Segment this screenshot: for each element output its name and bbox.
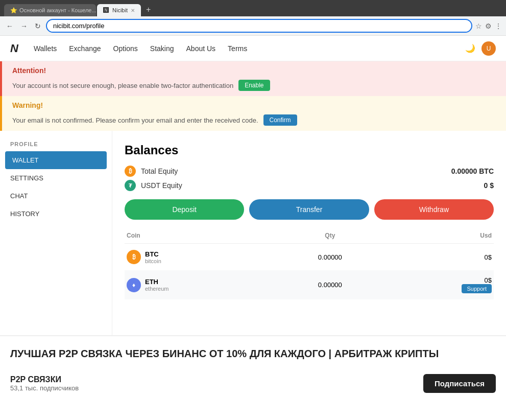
sidebar: PROFILE WALLET SETTINGS CHAT HISTORY [0, 131, 112, 335]
nav-links: Wallets Exchange Options Staking About U… [34, 44, 450, 53]
tab-close-2[interactable]: ✕ [131, 8, 135, 13]
confirm-email-button[interactable]: Confirm [263, 114, 297, 126]
nav-terms[interactable]: Terms [228, 44, 247, 53]
support-button[interactable]: Support [462, 284, 492, 293]
btc-qty: 0.00000 [282, 244, 378, 271]
transfer-button[interactable]: Transfer [249, 199, 369, 220]
alert-attention-title: Attention! [12, 66, 496, 75]
sidebar-section-title: PROFILE [0, 141, 112, 151]
subscribe-button[interactable]: Подписаться [423, 374, 496, 393]
enable-2fa-button[interactable]: Enable [238, 80, 270, 91]
browser-toolbar: ← → ↻ ☆ ⚙ ⋮ [0, 16, 506, 36]
user-avatar[interactable]: U [481, 41, 496, 56]
sidebar-item-wallet[interactable]: WALLET [5, 151, 107, 169]
withdraw-button[interactable]: Withdraw [374, 199, 494, 220]
alert-warning-text: Your email is not confirmed. Please conf… [12, 116, 258, 124]
col-usd: Usd [378, 228, 494, 244]
col-qty: Qty [282, 228, 378, 244]
sidebar-item-chat[interactable]: CHAT [0, 187, 112, 205]
nav-about[interactable]: About Us [186, 44, 216, 53]
table-header-row: Coin Qty Usd [125, 228, 494, 244]
total-equity-label: Total Equity [141, 167, 446, 175]
site-logo: N [10, 42, 18, 55]
eth-qty: 0.00000 [282, 270, 378, 299]
btc-name: BTC [145, 250, 161, 258]
deposit-button[interactable]: Deposit [125, 199, 244, 220]
new-tab-button[interactable]: + [142, 3, 155, 16]
table-row: ♦ ETH ethereum 0.00000 0$ Support [125, 270, 494, 299]
btc-usd: 0$ [378, 244, 494, 271]
sidebar-item-settings[interactable]: SETTINGS [0, 169, 112, 187]
bookmark-icon[interactable]: ☆ [475, 22, 482, 30]
alert-warning-title: Warning! [12, 101, 496, 109]
action-buttons: Deposit Transfer Withdraw [125, 199, 494, 220]
eth-icon: ♦ [127, 278, 141, 292]
theme-toggle-icon[interactable]: 🌙 [465, 43, 475, 53]
nav-right: 🌙 U [465, 41, 496, 56]
main-content: Balances ₿ Total Equity 0.00000 BTC ₮ US… [112, 131, 506, 335]
balances-title: Balances [125, 143, 494, 157]
menu-icon[interactable]: ⋮ [495, 22, 502, 30]
sidebar-item-history[interactable]: HISTORY [0, 205, 112, 223]
btc-equity-icon: ₿ [125, 166, 136, 177]
alert-warning: Warning! Your email is not confirmed. Pl… [0, 96, 506, 131]
btc-coin-cell: ₿ BTC bitcoin [125, 244, 282, 271]
tab-favicon-2: 🅽 [103, 7, 109, 13]
coin-table: Coin Qty Usd ₿ BTC bitcoin [125, 228, 494, 299]
alert-attention-text: Your account is not secure enough, pleas… [12, 82, 233, 89]
bottom-heading: ЛУЧШАЯ P2P СВЯЗКА ЧЕРЕЗ БИНАНС ОТ 10% ДЛ… [10, 346, 496, 361]
usdt-equity-icon: ₮ [125, 180, 136, 191]
tab-title-1: Основной аккаунт - Кошеле... [19, 7, 96, 13]
usdt-equity-value: 0 $ [484, 181, 494, 190]
nav-wallets[interactable]: Wallets [34, 44, 57, 53]
tab-bar: ⭐ Основной аккаунт - Кошеле... ✕ 🅽 Nicib… [4, 3, 502, 16]
reload-button[interactable]: ↻ [33, 21, 43, 31]
usdt-equity-label: USDT Equity [141, 181, 479, 190]
channel-card: P2P СВЯЗКИ 53,1 тыс. подписчиков Подписа… [10, 369, 496, 398]
tab-2[interactable]: 🅽 Nicibit ✕ [97, 4, 141, 16]
eth-usd: 0$ Support [378, 270, 494, 299]
channel-name: P2P СВЯЗКИ [10, 375, 413, 384]
forward-button[interactable]: → [18, 21, 30, 31]
btc-icon: ₿ [127, 250, 141, 264]
nav-exchange[interactable]: Exchange [69, 44, 101, 53]
btc-fullname: bitcoin [145, 258, 161, 264]
total-equity-value: 0.00000 BTC [451, 167, 494, 175]
address-bar[interactable] [46, 19, 472, 33]
col-coin: Coin [125, 228, 282, 244]
table-row: ₿ BTC bitcoin 0.00000 0$ [125, 244, 494, 271]
main-layout: PROFILE WALLET SETTINGS CHAT HISTORY Bal… [0, 131, 506, 335]
eth-fullname: ethereum [145, 286, 168, 292]
browser-chrome: ⭐ Основной аккаунт - Кошеле... ✕ 🅽 Nicib… [0, 0, 506, 16]
tab-1[interactable]: ⭐ Основной аккаунт - Кошеле... ✕ [4, 4, 96, 16]
nav-options[interactable]: Options [113, 44, 138, 53]
eth-coin-cell: ♦ ETH ethereum [125, 270, 282, 299]
alert-attention: Attention! Your account is not secure en… [0, 61, 506, 96]
usdt-equity-row: ₮ USDT Equity 0 $ [125, 180, 494, 191]
site-nav: N Wallets Exchange Options Staking About… [0, 36, 506, 61]
toolbar-icons: ☆ ⚙ ⋮ [475, 22, 502, 30]
nav-staking[interactable]: Staking [150, 44, 174, 53]
total-equity-row: ₿ Total Equity 0.00000 BTC [125, 166, 494, 177]
tab-favicon-1: ⭐ [10, 7, 16, 13]
channel-info: P2P СВЯЗКИ 53,1 тыс. подписчиков [10, 375, 413, 392]
extension-icon[interactable]: ⚙ [485, 22, 492, 30]
tab-title-2: Nicibit [112, 7, 128, 13]
eth-name: ETH [145, 278, 168, 286]
bottom-section: ЛУЧШАЯ P2P СВЯЗКА ЧЕРЕЗ БИНАНС ОТ 10% ДЛ… [0, 335, 506, 408]
channel-subs: 53,1 тыс. подписчиков [10, 384, 413, 392]
back-button[interactable]: ← [4, 21, 15, 31]
